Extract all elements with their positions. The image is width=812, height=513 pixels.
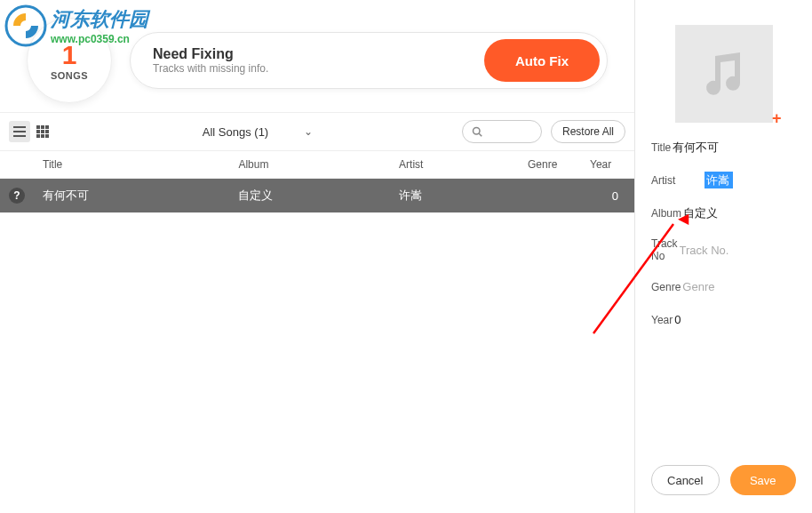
genre-field[interactable]	[681, 278, 812, 295]
svg-point-0	[473, 128, 480, 135]
songs-count-circle: 1 SONGS	[27, 18, 112, 103]
need-fixing-subtitle: Tracks with missing info.	[153, 62, 484, 75]
restore-all-button[interactable]: Restore All	[551, 120, 625, 143]
chevron-down-icon[interactable]: ⌄	[304, 125, 313, 138]
label-trackno: Track No	[651, 237, 678, 262]
filter-dropdown[interactable]: All Songs (1)	[203, 125, 268, 139]
artist-field[interactable]	[705, 172, 733, 188]
arrow-tip-icon: ◀	[678, 210, 689, 227]
svg-line-1	[479, 133, 482, 136]
col-title[interactable]: Title	[34, 151, 229, 179]
auto-fix-button[interactable]: Auto Fix	[484, 39, 600, 82]
col-year[interactable]: Year	[581, 151, 634, 179]
cell-title: 有何不可	[34, 179, 229, 213]
cell-album: 自定义	[229, 179, 390, 213]
search-input[interactable]	[462, 120, 542, 143]
label-year: Year	[651, 314, 673, 326]
list-view-icon[interactable]	[9, 121, 30, 142]
cell-artist: 许嵩	[390, 179, 519, 213]
label-genre: Genre	[651, 281, 681, 293]
label-title: Title	[651, 141, 671, 154]
col-genre[interactable]: Genre	[519, 151, 581, 179]
music-note-icon	[697, 47, 751, 100]
songs-label: SONGS	[51, 70, 88, 81]
year-field[interactable]	[673, 311, 812, 328]
table-header-row: Title Album Artist Genre Year	[0, 151, 634, 179]
cell-year: 0	[581, 179, 634, 213]
trackno-field[interactable]	[678, 242, 812, 259]
table-row[interactable]: ? 有何不可 自定义 许嵩 0	[0, 179, 634, 213]
add-art-icon[interactable]: +	[772, 109, 782, 128]
grid-view-icon[interactable]	[32, 121, 53, 142]
songs-count-number: 1	[62, 40, 77, 70]
album-art-placeholder[interactable]: +	[675, 25, 773, 123]
need-fixing-title: Need Fixing	[153, 46, 484, 62]
search-icon	[472, 126, 482, 137]
fix-bar: Need Fixing Tracks with missing info. Au…	[130, 32, 608, 89]
cancel-button[interactable]: Cancel	[651, 465, 720, 495]
save-button[interactable]: Save	[730, 465, 797, 495]
label-artist: Artist	[651, 174, 705, 187]
col-artist[interactable]: Artist	[390, 151, 519, 179]
question-icon: ?	[9, 188, 25, 204]
title-field[interactable]	[671, 139, 812, 156]
label-album: Album◀	[651, 207, 681, 220]
col-album[interactable]: Album	[229, 151, 390, 179]
album-field[interactable]	[681, 204, 812, 221]
cell-genre	[519, 179, 581, 213]
